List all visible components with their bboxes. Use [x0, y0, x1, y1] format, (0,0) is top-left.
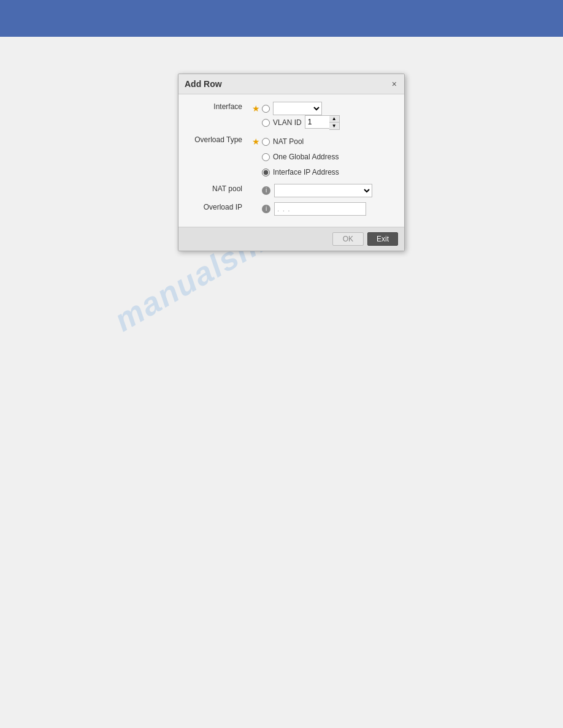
interface-select[interactable] [273, 102, 322, 115]
nat-pool-field-label: NAT pool [212, 182, 247, 193]
dialog-backdrop: Add Row × Interface ★ [178, 74, 405, 251]
interface-star-col: ★ [252, 102, 262, 113]
interface-ip-radio-row: Interface IP Address [262, 165, 398, 179]
vlan-radio[interactable] [262, 119, 270, 127]
ok-button[interactable]: OK [332, 232, 364, 246]
one-global-radio-row: One Global Address [262, 150, 398, 164]
interface-label-col: Interface [185, 102, 252, 111]
nat-pool-row: i [262, 184, 398, 197]
nat-pool-info-icon[interactable]: i [262, 186, 270, 195]
overload-ip-star-col [252, 202, 262, 204]
nat-pool-select[interactable] [274, 184, 372, 197]
interface-radio-row [262, 102, 398, 115]
spinner-buttons: ▲ ▼ [329, 115, 340, 130]
vlan-row: VLAN ID 1 ▲ ▼ [262, 115, 398, 130]
overload-ip-label-col: Overload IP [185, 202, 252, 211]
vlan-value: 1 [305, 115, 329, 129]
overload-type-section: Overload Type ★ NAT Pool One Global Addr… [185, 135, 398, 179]
overload-type-controls: NAT Pool One Global Address Interface IP… [262, 135, 398, 179]
overload-ip-info-icon[interactable]: i [262, 205, 270, 213]
one-global-label: One Global Address [273, 153, 339, 161]
interface-required-star: ★ [252, 104, 260, 113]
nat-pool-label: NAT Pool [273, 137, 304, 146]
dialog-footer: OK Exit [178, 227, 404, 251]
overload-star-col: ★ [252, 135, 262, 146]
dialog-title-bar: Add Row × [178, 74, 404, 94]
overload-ip-input[interactable] [274, 202, 366, 216]
exit-button[interactable]: Exit [367, 232, 398, 246]
overload-ip-section: Overload IP i [185, 202, 398, 216]
nat-pool-star-col [252, 184, 262, 186]
nat-pool-radio-row: NAT Pool [262, 135, 398, 148]
spinner-down-button[interactable]: ▼ [329, 123, 339, 129]
one-global-radio[interactable] [262, 153, 270, 161]
interface-controls: VLAN ID 1 ▲ ▼ [262, 102, 398, 130]
overload-ip-row: i [262, 202, 398, 216]
dialog-close-button[interactable]: × [391, 80, 398, 88]
interface-section: Interface ★ VLAN ID [185, 102, 398, 130]
add-row-dialog: Add Row × Interface ★ [178, 74, 405, 251]
overload-type-label-col: Overload Type [185, 135, 252, 144]
interface-ip-radio[interactable] [262, 169, 270, 176]
interface-ip-label: Interface IP Address [273, 168, 339, 176]
spinner-up-button[interactable]: ▲ [329, 116, 339, 123]
vlan-label: VLAN ID [273, 118, 302, 127]
dialog-body: Interface ★ VLAN ID [178, 94, 404, 227]
top-bar [0, 0, 563, 37]
overload-ip-label: Overload IP [204, 200, 247, 211]
overload-required-star: ★ [252, 137, 260, 146]
vlan-spinner-group: 1 ▲ ▼ [305, 115, 340, 130]
nat-pool-label-col: NAT pool [185, 184, 252, 193]
nat-pool-section: NAT pool i [185, 184, 398, 197]
interface-label: Interface [213, 100, 247, 111]
nat-pool-controls: i [262, 184, 398, 197]
dialog-title: Add Row [185, 79, 222, 89]
nat-pool-radio[interactable] [262, 138, 270, 146]
overload-type-label: Overload Type [194, 133, 247, 144]
interface-radio[interactable] [262, 105, 270, 113]
overload-ip-controls: i [262, 202, 398, 216]
